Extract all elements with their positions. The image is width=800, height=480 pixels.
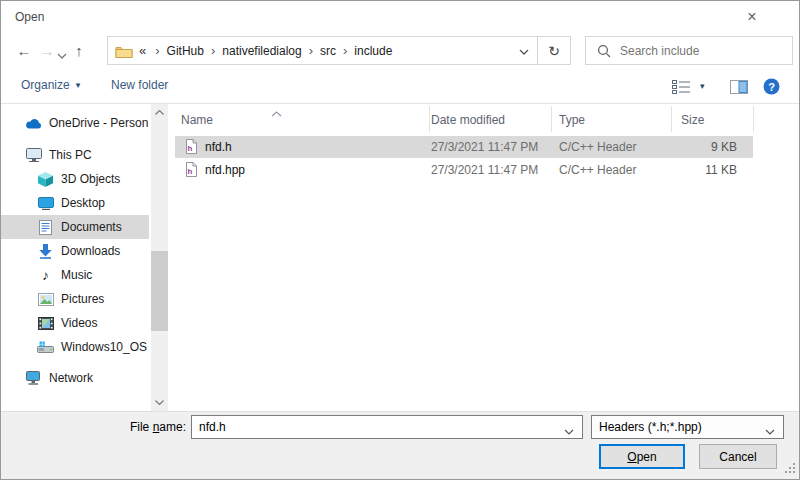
file-size: 11 KB <box>641 159 745 181</box>
breadcrumb-item-src[interactable]: src <box>320 44 336 58</box>
file-type-chevron-icon <box>765 424 775 438</box>
column-header-type[interactable]: Type <box>559 107 659 133</box>
file-type-select[interactable]: Headers (*.h;*.hpp) <box>591 415 784 439</box>
back-icon[interactable]: ← <box>13 41 35 61</box>
refresh-icon[interactable]: ↻ <box>538 43 570 59</box>
svg-text:h: h <box>188 144 193 153</box>
breadcrumb-overflow[interactable]: « <box>139 43 146 58</box>
column-header-size[interactable]: Size <box>681 107 741 133</box>
film-icon <box>37 317 54 330</box>
onedrive-cloud-icon <box>25 118 42 129</box>
sidebar-item-label: Videos <box>61 316 97 330</box>
sidebar-item-network[interactable]: Network <box>1 366 149 390</box>
address-dropdown-chevron-icon[interactable] <box>511 44 537 58</box>
window-title: Open <box>15 10 44 24</box>
resize-grip[interactable] <box>785 463 796 477</box>
download-arrow-icon <box>37 244 54 259</box>
up-icon[interactable]: ↑ <box>69 41 89 61</box>
navigation-pane: OneDrive - Person This PC <box>1 104 171 411</box>
sidebar-item-label: Pictures <box>61 292 104 306</box>
column-divider[interactable] <box>551 106 552 132</box>
file-type-value: Headers (*.h;*.hpp) <box>599 416 702 438</box>
sidebar-item-label: Documents <box>61 220 122 234</box>
caret-down-icon: ▾ <box>76 80 81 90</box>
network-icon <box>25 371 42 385</box>
organize-label: Organize <box>21 78 70 92</box>
sidebar-item-label: Windows10_OS ( <box>61 340 149 354</box>
history-chevron-icon[interactable] <box>57 48 67 62</box>
desktop-icon <box>37 197 54 210</box>
folder-icon <box>115 44 133 58</box>
computer-icon <box>25 148 42 162</box>
sidebar-item-videos[interactable]: Videos <box>1 311 149 335</box>
views-caret-icon[interactable]: ▾ <box>700 81 705 91</box>
sidebar-item-this-pc[interactable]: This PC <box>1 143 149 167</box>
dialog-footer: File name: nfd.h Headers (*.h;*.hpp) Ope… <box>1 411 799 480</box>
sidebar-item-label: Music <box>61 268 92 282</box>
header-file-icon: h <box>185 162 197 180</box>
crumb-separator: › <box>309 43 313 58</box>
sidebar-item-pictures[interactable]: Pictures <box>1 287 149 311</box>
column-divider[interactable] <box>671 106 672 132</box>
preview-pane-icon[interactable] <box>730 80 748 97</box>
file-name-label: File name: <box>61 420 186 434</box>
file-name: nfd.h <box>205 136 425 158</box>
file-name-input[interactable]: nfd.h <box>191 415 583 439</box>
title-bar[interactable]: Open × <box>1 1 799 33</box>
file-list: Name Date modified Type Size h nfd.h 27/… <box>171 104 800 411</box>
navigation-bar: ← → ↑ « › GitHub › nativefiledialog › sr… <box>1 33 799 69</box>
breadcrumb-item-nativefiledialog[interactable]: nativefiledialog <box>222 44 301 58</box>
column-header-name[interactable]: Name <box>181 107 421 133</box>
sidebar-item-label: Network <box>49 371 93 385</box>
file-row-nfd-h[interactable]: h nfd.h 27/3/2021 11:47 PM C/C++ Header … <box>175 136 753 158</box>
forward-icon: → <box>37 41 57 61</box>
details-view-icon[interactable] <box>672 80 691 97</box>
crumb-separator: › <box>211 43 215 58</box>
sidebar-item-3d-objects[interactable]: 3D Objects <box>1 167 149 191</box>
svg-text:?: ? <box>768 81 775 93</box>
cancel-button[interactable]: Cancel <box>699 444 777 469</box>
3d-cube-icon <box>37 172 54 187</box>
crumb-separator: › <box>343 43 347 58</box>
scroll-down-icon[interactable] <box>151 394 168 411</box>
file-row-nfd-hpp[interactable]: h nfd.hpp 27/3/2021 11:47 PM C/C++ Heade… <box>175 159 753 181</box>
file-date-modified: 27/3/2021 11:47 PM <box>431 136 555 158</box>
organize-button[interactable]: Organize ▾ <box>21 78 80 92</box>
file-name-value: nfd.h <box>199 416 226 438</box>
sidebar-item-label: Desktop <box>61 196 105 210</box>
sidebar-item-windows-drive[interactable]: Windows10_OS ( <box>1 335 149 359</box>
search-box[interactable]: Search include <box>585 36 793 65</box>
open-button[interactable]: Open <box>599 444 685 469</box>
breadcrumb-item-github[interactable]: GitHub <box>167 44 204 58</box>
sidebar-item-documents[interactable]: Documents <box>1 215 149 239</box>
sidebar-scrollbar[interactable] <box>151 104 168 411</box>
document-icon <box>37 220 54 235</box>
scrollbar-thumb[interactable] <box>151 251 168 331</box>
content-area: OneDrive - Person This PC <box>1 104 799 411</box>
file-name: nfd.hpp <box>205 159 425 181</box>
sidebar-item-music[interactable]: ♪ Music <box>1 263 149 287</box>
scroll-up-icon[interactable] <box>151 104 168 121</box>
column-divider[interactable] <box>429 106 430 132</box>
column-header-date-modified[interactable]: Date modified <box>431 107 541 133</box>
column-divider[interactable] <box>753 106 754 132</box>
search-input[interactable]: Search include <box>620 44 699 58</box>
sidebar-item-label: Downloads <box>61 244 120 258</box>
file-size: 9 KB <box>641 136 745 158</box>
new-folder-button[interactable]: New folder <box>111 78 168 92</box>
file-date-modified: 27/3/2021 11:47 PM <box>431 159 555 181</box>
breadcrumb-item-include[interactable]: include <box>354 44 392 58</box>
breadcrumb[interactable]: « › GitHub › nativefiledialog › src › in… <box>107 36 571 65</box>
sidebar-item-downloads[interactable]: Downloads <box>1 239 149 263</box>
sidebar-item-onedrive[interactable]: OneDrive - Person <box>1 111 149 135</box>
drive-icon <box>37 341 54 354</box>
header-file-icon: h <box>185 139 197 157</box>
close-icon[interactable]: × <box>737 5 767 29</box>
music-note-icon: ♪ <box>37 268 54 282</box>
sidebar-item-desktop[interactable]: Desktop <box>1 191 149 215</box>
cancel-label: Cancel <box>719 450 756 464</box>
sidebar-item-label: This PC <box>49 148 92 162</box>
open-file-dialog: Open × ← → ↑ « › GitHub › nativefiledial… <box>0 0 800 480</box>
help-icon[interactable]: ? <box>763 78 780 98</box>
file-name-dropdown-chevron-icon[interactable] <box>564 424 574 438</box>
